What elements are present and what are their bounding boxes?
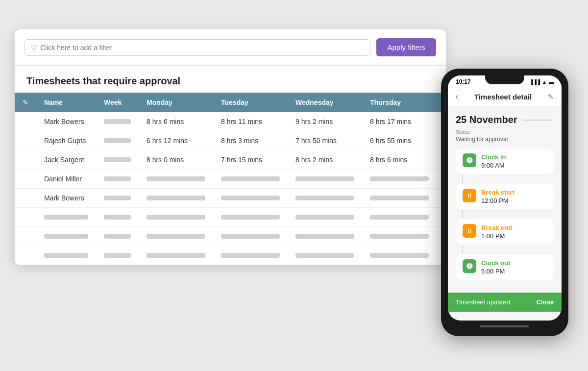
cell-thursday: 6 hrs 55 mins [362,131,437,150]
date-section: 25 November [456,114,554,125]
cell-tuesday [213,208,288,227]
timeline-item-clock-in: 🕐Clock in9:00 AM [456,148,554,174]
phone-device: 10:17 ▐▐▐ ▲ ▬ ‹ Timesheet detail ✎ [441,69,573,336]
cell-wednesday: 9 hrs 2 mins [288,112,362,131]
cell-wednesday [288,246,362,265]
col-tuesday: Tuesday [213,93,288,112]
cell-week [96,227,139,246]
cell-monday [139,227,213,246]
cell-tuesday [213,246,288,265]
cell-thursday: 8 hrs 6 mins [362,150,437,170]
cell-name: Mark Bowers [36,112,96,131]
table-row: Rajesh Gupta6 hrs 12 mins8 hrs 3 mins7 h… [15,131,446,150]
break-end-label: Break end [481,224,512,231]
table-row [15,246,446,265]
cell-monday [139,189,213,208]
cell-tuesday: 8 hrs 3 mins [213,131,288,150]
cell-tuesday [213,170,288,189]
date-text: 25 November [456,114,517,125]
status-icons: ▐▐▐ ▲ ▬ [530,79,554,85]
cell-week [96,170,139,189]
cell-thursday [362,189,437,208]
footer-close-button[interactable]: Close [537,298,554,306]
timeline-connector [462,246,463,253]
cell-week [96,131,139,150]
signal-icon: ▐▐▐ [530,79,540,85]
phone-footer: Timesheet updated Close [448,293,562,312]
status-value: Waiting for approval [456,136,554,143]
cell-week [96,112,139,131]
break-end-icon: ⏸ [463,224,476,238]
break-end-info: Break end1:00 PM [481,224,512,240]
phone-screen: 10:17 ▐▐▐ ▲ ▬ ‹ Timesheet detail ✎ [448,75,562,321]
cell-monday [139,246,213,265]
apply-filters-button[interactable]: Apply filters [376,38,436,56]
home-indicator [480,325,529,327]
clock-out-info: Clock out5:00 PM [481,259,510,275]
phone-notch [485,75,524,84]
edit-button[interactable]: ✎ [548,93,554,100]
cell-thursday [362,246,437,265]
cell-name [36,227,96,246]
clock-in-icon: 🕐 [463,153,476,167]
timeline-item-clock-out: 🕐Clock out5:00 PM [456,254,554,280]
edit-col-header: ✎ [15,93,36,112]
cell-name [36,208,96,227]
table-row: Daniel Miller [15,170,446,189]
table-row: Jack Sargent8 hrs 0 mins7 hrs 15 mins8 h… [15,150,446,170]
status-label: Status: [456,129,554,135]
cell-tuesday [213,227,288,246]
cell-wednesday [288,227,362,246]
col-monday: Monday [139,93,213,112]
clock-out-time: 5:00 PM [481,268,510,275]
timeline-item-break-start: ⏸Break start12:00 PM [456,184,554,209]
table-row: Mark Bowers8 hrs 6 mins8 hrs 11 mins9 hr… [15,112,446,131]
cell-name: Rajesh Gupta [36,131,96,150]
cell-thursday [362,227,437,246]
filter-input-wrap[interactable]: ▽ [24,39,370,56]
break-start-time: 12:00 PM [481,197,514,204]
cell-tuesday: 8 hrs 11 mins [213,112,288,131]
cell-week [96,208,139,227]
timeline-item-break-end: ⏸Break end1:00 PM [456,219,554,245]
clock-in-time: 9:00 AM [481,162,506,169]
battery-icon: ▬ [549,79,554,85]
cell-week [96,150,139,170]
desktop-panel: ▽ Apply filters Timesheets that require … [15,29,446,265]
table-section: Timesheets that require approval ✎ Name … [15,66,446,265]
section-title: Timesheets that require approval [15,66,446,93]
phone-content: 25 November Status: Waiting for approval… [448,106,562,289]
break-start-info: Break start12:00 PM [481,189,514,204]
clock-in-info: Clock in9:00 AM [481,153,506,169]
timesheets-table: ✎ Name Week Monday Tuesday Wednesday Thu… [15,93,446,265]
cell-name: Daniel Miller [36,170,96,189]
date-line [522,120,554,121]
status-time: 10:17 [456,78,471,85]
cell-wednesday [288,189,362,208]
cell-monday [139,208,213,227]
cell-wednesday: 8 hrs 2 mins [288,150,362,170]
filter-input[interactable] [40,44,364,51]
wifi-icon: ▲ [542,79,547,85]
app-header-title: Timesheet detail [474,93,532,101]
cell-wednesday: 7 hrs 50 mins [288,131,362,150]
cell-thursday [362,208,437,227]
timeline-connector [462,175,463,183]
cell-week [96,189,139,208]
break-start-label: Break start [481,189,514,196]
cell-monday: 8 hrs 6 mins [139,112,213,131]
cell-name: Mark Bowers [36,189,96,208]
cell-thursday [362,170,437,189]
col-thursday: Thursday [362,93,437,112]
col-week: Week [96,93,139,112]
table-row: Mark Bowers [15,189,446,208]
clock-out-label: Clock out [481,259,510,267]
cell-tuesday [213,189,288,208]
back-button[interactable]: ‹ [456,92,458,101]
cell-monday: 8 hrs 0 mins [139,150,213,170]
footer-message: Timesheet updated [456,298,510,306]
col-wednesday: Wednesday [288,93,362,112]
cell-wednesday [288,170,362,189]
timeline-connector [462,210,463,218]
edit-all-button[interactable]: ✎ [23,99,28,106]
